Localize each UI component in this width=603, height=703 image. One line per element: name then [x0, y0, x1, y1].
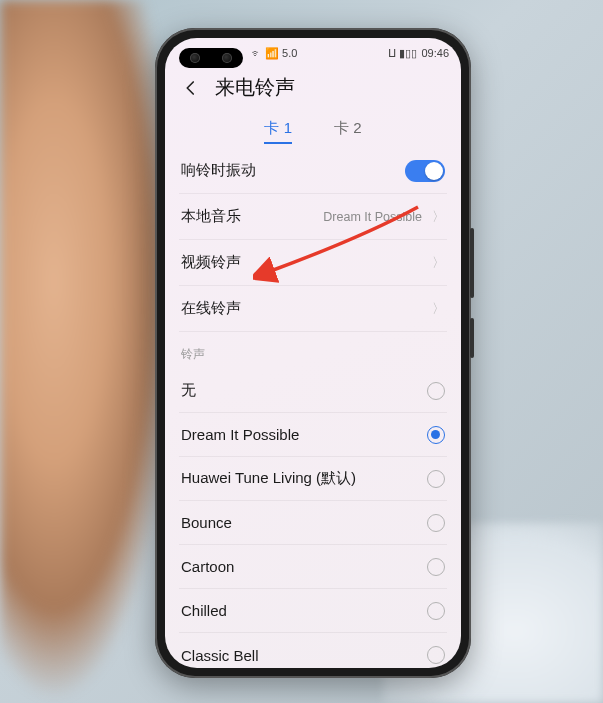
app-header: 来电铃声: [165, 68, 461, 111]
tab-sim1[interactable]: 卡 1: [264, 119, 292, 144]
phone-frame: ᯤ 📶 5.0 ⵡ ▮▯▯ 09:46 来电铃声 卡 1 卡 2 响铃: [155, 28, 471, 678]
phone-screen: ᯤ 📶 5.0 ⵡ ▮▯▯ 09:46 来电铃声 卡 1 卡 2 响铃: [165, 38, 461, 668]
radio-icon[interactable]: [427, 602, 445, 620]
radio-icon[interactable]: [427, 646, 445, 664]
sim-tabs: 卡 1 卡 2: [165, 111, 461, 148]
row-value: Dream It Possible: [323, 210, 422, 224]
ringtone-item-classic-bell[interactable]: Classic Bell: [179, 633, 447, 668]
ringtone-label: Huawei Tune Living (默认): [181, 469, 356, 488]
row-video-ringtone[interactable]: 视频铃声 〉: [179, 240, 447, 286]
chevron-right-icon: 〉: [432, 210, 445, 223]
ringtone-label: Cartoon: [181, 558, 234, 575]
ringtone-section-header: 铃声: [179, 332, 447, 369]
volume-button: [470, 228, 474, 298]
status-left-icons: ᯤ 📶 5.0: [251, 47, 297, 60]
tab-sim2[interactable]: 卡 2: [334, 119, 362, 144]
ringtone-item-chilled[interactable]: Chilled: [179, 589, 447, 633]
radio-icon[interactable]: [427, 514, 445, 532]
radio-icon[interactable]: [427, 382, 445, 400]
radio-icon[interactable]: [427, 426, 445, 444]
ringtone-item-bounce[interactable]: Bounce: [179, 501, 447, 545]
ringtone-label: Classic Bell: [181, 647, 259, 664]
row-vibrate-on-ring[interactable]: 响铃时振动: [179, 148, 447, 194]
row-online-ringtone[interactable]: 在线铃声 〉: [179, 286, 447, 332]
row-label: 在线铃声: [181, 299, 241, 318]
ringtone-item-cartoon[interactable]: Cartoon: [179, 545, 447, 589]
radio-icon[interactable]: [427, 470, 445, 488]
status-clock: 09:46: [421, 47, 449, 59]
ringtone-label: Bounce: [181, 514, 232, 531]
row-label: 响铃时振动: [181, 161, 256, 180]
ringtone-label: 无: [181, 381, 196, 400]
vibrate-toggle[interactable]: [405, 160, 445, 182]
chevron-right-icon: 〉: [432, 302, 445, 315]
ringtone-item-none[interactable]: 无: [179, 369, 447, 413]
camera-cutout: [179, 48, 243, 68]
ringtone-label: Chilled: [181, 602, 227, 619]
chevron-right-icon: 〉: [432, 256, 445, 269]
row-local-music[interactable]: 本地音乐 Dream It Possible 〉: [179, 194, 447, 240]
status-right-icons: ⵡ ▮▯▯: [388, 47, 417, 60]
row-label: 视频铃声: [181, 253, 241, 272]
ringtone-item-huawei-tune-living[interactable]: Huawei Tune Living (默认): [179, 457, 447, 501]
page-title: 来电铃声: [215, 74, 295, 101]
environment-hand: [0, 0, 180, 703]
row-label: 本地音乐: [181, 207, 241, 226]
power-button: [470, 318, 474, 358]
radio-icon[interactable]: [427, 558, 445, 576]
ringtone-item-dream-it-possible[interactable]: Dream It Possible: [179, 413, 447, 457]
ringtone-label: Dream It Possible: [181, 426, 299, 443]
settings-content: 响铃时振动 本地音乐 Dream It Possible 〉 视频铃声 〉: [165, 148, 461, 668]
toggle-knob: [425, 162, 443, 180]
back-button[interactable]: [181, 78, 201, 98]
